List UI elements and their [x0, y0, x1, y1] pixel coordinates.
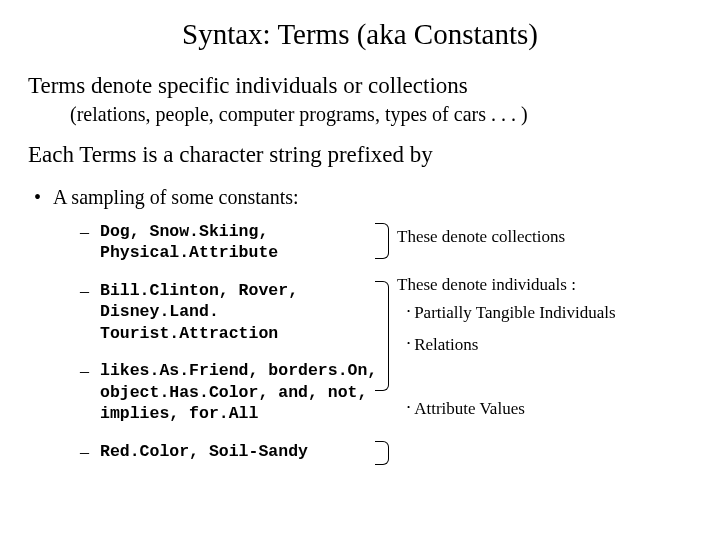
constant-group-relations: likes.As.Friend, borders.On, object.Has.… — [100, 360, 393, 424]
dash-icon: – — [80, 280, 90, 344]
dash-icon: – — [80, 441, 90, 464]
dash-icon: – — [80, 221, 90, 264]
annot-collections: These denote collections — [397, 227, 692, 247]
annot-relations: Relations — [414, 335, 478, 355]
para-terms-denote: Terms denote specific individuals or col… — [28, 73, 692, 99]
annot-tangible: Partially Tangible Individuals — [414, 303, 616, 323]
bullet-dot-icon: • — [407, 399, 410, 419]
sub-examples: (relations, people, computer programs, t… — [70, 103, 692, 126]
constant-group-collections: Dog, Snow.Skiing, Physical.Attribute — [100, 221, 393, 264]
para-prefix: Each Terms is a character string prefixe… — [28, 142, 692, 168]
list-item: – likes.As.Friend, borders.On, object.Ha… — [80, 360, 393, 424]
brace-icon — [375, 441, 389, 465]
list-item: – Bill.Clinton, Rover, Disney.Land. Tour… — [80, 280, 393, 344]
annotations: These denote collections These denote in… — [393, 221, 692, 425]
slide-title: Syntax: Terms (aka Constants) — [28, 18, 692, 51]
constants-list: – Dog, Snow.Skiing, Physical.Attribute –… — [28, 221, 393, 479]
bullet-dot-icon: • — [34, 186, 41, 209]
list-item: – Red.Color, Soil-Sandy — [80, 441, 393, 464]
annot-attribute-values: Attribute Values — [414, 399, 525, 419]
list-item: – Dog, Snow.Skiing, Physical.Attribute — [80, 221, 393, 264]
constant-group-attributes: Red.Color, Soil-Sandy — [100, 441, 308, 464]
constant-group-tangible: Bill.Clinton, Rover, Disney.Land. Touris… — [100, 280, 393, 344]
annot-individuals: These denote individuals : — [397, 275, 692, 295]
brace-icon — [375, 281, 389, 391]
bullet-dot-icon: • — [407, 335, 410, 355]
dash-icon: – — [80, 360, 90, 424]
brace-icon — [375, 223, 389, 259]
bullet-sampling: A sampling of some constants: — [53, 186, 299, 209]
bullet-dot-icon: • — [407, 303, 410, 323]
